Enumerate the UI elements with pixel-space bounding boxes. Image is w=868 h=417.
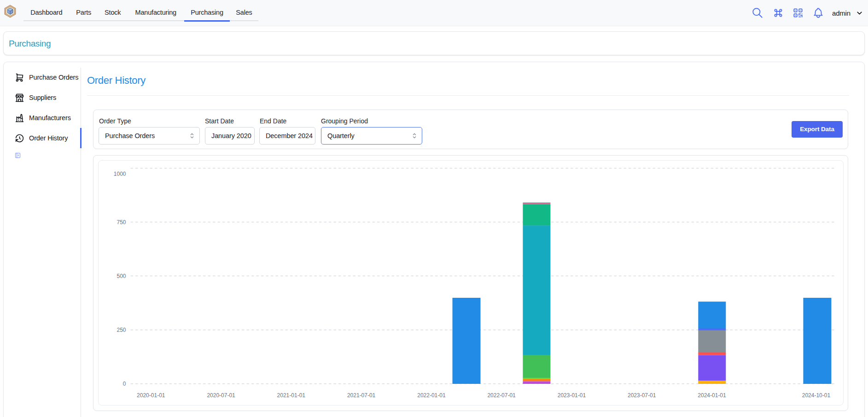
svg-text:500: 500 (117, 273, 126, 279)
svg-text:0: 0 (123, 381, 126, 387)
svg-text:2020-07-01: 2020-07-01 (207, 392, 235, 399)
svg-text:2022-01-01: 2022-01-01 (417, 392, 446, 399)
svg-text:2023-01-01: 2023-01-01 (558, 392, 586, 399)
svg-text:2022-07-01: 2022-07-01 (487, 392, 516, 399)
svg-text:2024-01-01: 2024-01-01 (698, 392, 726, 399)
svg-text:750: 750 (117, 219, 126, 226)
svg-text:2023-07-01: 2023-07-01 (628, 392, 656, 399)
svg-text:250: 250 (117, 327, 126, 333)
svg-text:2021-01-01: 2021-01-01 (277, 392, 306, 399)
svg-text:1000: 1000 (114, 171, 126, 177)
svg-text:2020-01-01: 2020-01-01 (137, 392, 165, 399)
svg-text:2021-07-01: 2021-07-01 (347, 392, 376, 399)
svg-text:2024-10-01: 2024-10-01 (802, 392, 831, 399)
